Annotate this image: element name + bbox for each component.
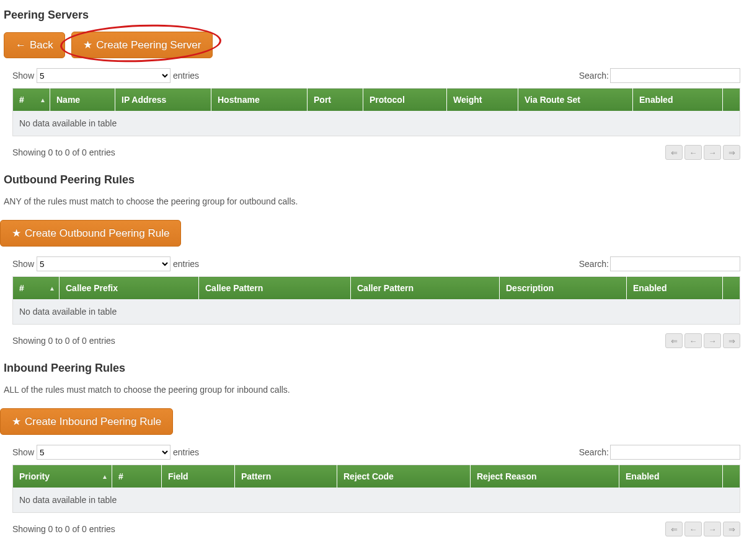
col-number[interactable]: #▲ (13, 277, 60, 300)
inbound-table: Priority▲ # Field Pattern Reject Code Re… (12, 465, 740, 513)
table-row-empty: No data available in table (13, 111, 740, 136)
inbound-title: Inbound Peering Rules (4, 362, 740, 375)
pager-prev[interactable]: ← (684, 333, 702, 348)
create-outbound-label: Create Outbound Peering Rule (25, 227, 169, 240)
col-priority[interactable]: Priority▲ (13, 465, 112, 488)
outbound-table: #▲ Callee Prefix Callee Pattern Caller P… (12, 276, 740, 325)
outbound-search-input[interactable] (610, 256, 740, 271)
pager-first[interactable]: ⇐ (665, 145, 683, 160)
inbound-info-row: Showing 0 to 0 of 0 entries ⇐ ← → ⇒ (12, 522, 740, 536)
entries-label: entries (173, 447, 199, 457)
search-label: Search: (579, 447, 609, 457)
pager-last[interactable]: ⇒ (723, 333, 740, 348)
col-caller-pattern[interactable]: Caller Pattern (351, 277, 500, 300)
pager-last[interactable]: ⇒ (723, 145, 740, 160)
outbound-showing-info: Showing 0 to 0 of 0 entries (12, 336, 115, 346)
entries-label: entries (173, 71, 199, 81)
col-ip[interactable]: IP Address (115, 89, 211, 112)
search-label: Search: (579, 259, 609, 269)
inbound-controls: Show 5 entries Search: (12, 445, 740, 460)
inbound-desc: ALL of the rules must match to choose th… (4, 385, 740, 395)
col-protocol[interactable]: Protocol (363, 89, 447, 112)
show-label: Show (12, 71, 34, 81)
outbound-desc: ANY of the rules must match to choose th… (4, 196, 740, 206)
show-label: Show (12, 447, 34, 457)
no-data-cell: No data available in table (13, 111, 740, 136)
col-number[interactable]: # (112, 465, 162, 488)
no-data-cell: No data available in table (13, 299, 740, 325)
outbound-table-block: Show 5 entries Search: #▲ Callee Prefix … (12, 256, 740, 348)
servers-pager: ⇐ ← → ⇒ (665, 145, 740, 160)
arrow-left-icon (16, 39, 26, 51)
inbound-search-input[interactable] (610, 445, 740, 460)
servers-table-block: Show 5 entries Search: #▲ Name IP Addres… (12, 68, 740, 160)
col-description[interactable]: Description (500, 277, 627, 300)
outbound-title: Outbound Peering Rules (4, 173, 740, 186)
sort-asc-icon: ▲ (49, 285, 55, 292)
outbound-info-row: Showing 0 to 0 of 0 entries ⇐ ← → ⇒ (12, 333, 740, 348)
pager-next[interactable]: → (704, 145, 721, 160)
col-via-route[interactable]: Via Route Set (518, 89, 633, 112)
show-label: Show (12, 259, 34, 269)
col-callee-pattern[interactable]: Callee Pattern (199, 277, 351, 300)
col-enabled[interactable]: Enabled (633, 89, 723, 112)
back-button[interactable]: Back (4, 32, 65, 58)
star-icon (12, 227, 21, 240)
inbound-pagesize-select[interactable]: 5 (37, 445, 170, 460)
star-icon (12, 415, 21, 428)
peering-servers-title: Peering Servers (4, 9, 740, 22)
servers-showing-info: Showing 0 to 0 of 0 entries (12, 147, 115, 157)
back-button-label: Back (30, 39, 53, 51)
pager-next[interactable]: → (704, 522, 721, 536)
outbound-header-row: #▲ Callee Prefix Callee Pattern Caller P… (13, 277, 740, 300)
servers-button-row: Back Create Peering Server (4, 32, 740, 58)
table-row-empty: No data available in table (13, 488, 740, 513)
col-number[interactable]: #▲ (13, 89, 50, 112)
inbound-table-block: Show 5 entries Search: Priority▲ # Field… (12, 445, 740, 536)
create-inbound-rule-button[interactable]: Create Inbound Peering Rule (0, 408, 173, 435)
col-pattern[interactable]: Pattern (235, 465, 337, 488)
col-actions (723, 277, 740, 300)
create-peering-server-label: Create Peering Server (96, 39, 201, 51)
star-icon (83, 38, 92, 51)
search-label: Search: (579, 71, 609, 81)
sort-asc-icon: ▲ (102, 473, 108, 480)
outbound-pagesize-select[interactable]: 5 (37, 256, 170, 271)
col-reject-code[interactable]: Reject Code (337, 465, 471, 488)
create-outbound-rule-button[interactable]: Create Outbound Peering Rule (0, 220, 181, 247)
servers-pagesize-select[interactable]: 5 (37, 68, 170, 83)
inbound-showing-info: Showing 0 to 0 of 0 entries (12, 524, 115, 534)
col-actions (723, 465, 740, 488)
col-port[interactable]: Port (308, 89, 363, 112)
inbound-header-row: Priority▲ # Field Pattern Reject Code Re… (13, 465, 740, 488)
servers-search-input[interactable] (610, 68, 740, 83)
servers-table: #▲ Name IP Address Hostname Port Protoco… (12, 88, 740, 136)
pager-last[interactable]: ⇒ (723, 522, 740, 536)
servers-controls: Show 5 entries Search: (12, 68, 740, 83)
create-peering-server-button[interactable]: Create Peering Server (71, 32, 213, 58)
sort-asc-icon: ▲ (40, 97, 46, 103)
col-reject-reason[interactable]: Reject Reason (471, 465, 619, 488)
col-name[interactable]: Name (50, 89, 115, 112)
table-row-empty: No data available in table (13, 299, 740, 325)
col-hostname[interactable]: Hostname (211, 89, 308, 112)
inbound-pager: ⇐ ← → ⇒ (665, 522, 740, 536)
col-actions (723, 89, 740, 112)
pager-first[interactable]: ⇐ (665, 522, 683, 536)
create-inbound-label: Create Inbound Peering Rule (25, 416, 161, 428)
col-enabled[interactable]: Enabled (627, 277, 723, 300)
servers-info-row: Showing 0 to 0 of 0 entries ⇐ ← → ⇒ (12, 145, 740, 160)
pager-next[interactable]: → (704, 333, 721, 348)
pager-first[interactable]: ⇐ (665, 333, 683, 348)
col-enabled[interactable]: Enabled (619, 465, 723, 488)
no-data-cell: No data available in table (13, 488, 740, 513)
col-field[interactable]: Field (162, 465, 235, 488)
outbound-controls: Show 5 entries Search: (12, 256, 740, 271)
pager-prev[interactable]: ← (684, 145, 702, 160)
col-callee-prefix[interactable]: Callee Prefix (60, 277, 199, 300)
outbound-pager: ⇐ ← → ⇒ (665, 333, 740, 348)
entries-label: entries (173, 259, 199, 269)
servers-header-row: #▲ Name IP Address Hostname Port Protoco… (13, 89, 740, 112)
col-weight[interactable]: Weight (447, 89, 518, 112)
pager-prev[interactable]: ← (684, 522, 702, 536)
